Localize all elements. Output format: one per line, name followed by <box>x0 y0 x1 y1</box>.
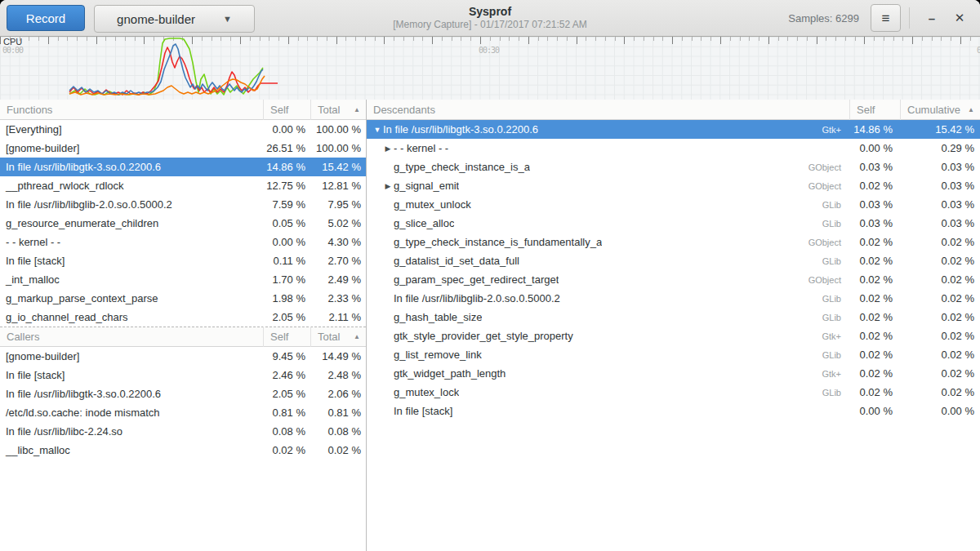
close-icon: ✕ <box>955 11 965 24</box>
function-total-value: 100.00 % <box>310 123 366 136</box>
descendant-self-value: 0.02 % <box>849 292 900 304</box>
function-total-value: 5.02 % <box>310 217 366 229</box>
descendant-self-value: 0.00 % <box>849 142 900 154</box>
descendants-column-header[interactable]: Descendants <box>367 104 849 116</box>
descendant-self-value: 0.03 % <box>849 161 900 173</box>
function-name: g_resource_enumerate_children <box>0 217 263 229</box>
expander-closed-icon[interactable]: ▶ <box>382 182 394 190</box>
callers-total-column-header[interactable]: Total ▲ <box>310 327 366 347</box>
caller-self-value: 2.05 % <box>263 388 310 400</box>
descendant-name-cell: In file /usr/lib/libglib-2.0.so.0.5000.2… <box>367 292 849 304</box>
descendant-row[interactable]: gtk_widget_path_lengthGtk+0.02 %0.02 % <box>367 364 980 383</box>
descendant-self-value: 0.03 % <box>849 217 900 229</box>
library-tag: GObject <box>808 162 841 172</box>
function-name: - - kernel - - <box>0 236 263 248</box>
process-selector[interactable]: gnome-builder ▼ <box>94 5 255 33</box>
caller-name: In file [stack] <box>0 369 263 381</box>
function-row[interactable]: g_io_channel_read_chars2.05 %2.11 % <box>0 308 366 327</box>
function-row[interactable]: In file /usr/lib/libgtk-3.so.0.2200.614.… <box>0 158 366 176</box>
descendant-self-value: 0.02 % <box>849 330 900 342</box>
caller-row[interactable]: In file [stack]2.46 %2.48 % <box>0 366 366 384</box>
caller-row[interactable]: /etc/ld.so.cache: inode mismatch0.81 %0.… <box>0 403 366 422</box>
descendant-row[interactable]: In file /usr/lib/libglib-2.0.so.0.5000.2… <box>367 289 980 308</box>
time-label-start: 00:00 <box>2 46 23 55</box>
expander-closed-icon[interactable]: ▶ <box>382 144 394 153</box>
descendant-name-cell: g_slice_allocGLib <box>367 217 849 229</box>
library-tag: GLib <box>822 294 841 304</box>
chevron-down-icon: ▼ <box>223 14 232 24</box>
descendant-name: g_mutex_lock <box>394 386 459 398</box>
cpu-green-line <box>69 38 263 95</box>
function-row[interactable]: In file /usr/lib/libglib-2.0.so.0.5000.2… <box>0 195 366 214</box>
functions-table: Functions Self Total ▲ [Everything]0.00 … <box>0 100 366 327</box>
function-row[interactable]: In file [stack]0.11 %2.70 % <box>0 251 366 270</box>
descendant-name-cell: g_mutex_lockGLib <box>367 386 849 398</box>
library-tag: GObject <box>808 238 841 247</box>
descendant-row[interactable]: ▶g_signal_emitGObject0.02 %0.03 % <box>367 176 980 195</box>
function-row[interactable]: g_resource_enumerate_children0.05 %5.02 … <box>0 214 366 233</box>
function-total-value: 15.42 % <box>310 161 366 173</box>
descendant-row[interactable]: g_slice_allocGLib0.03 %0.03 % <box>367 214 980 233</box>
descendant-self-value: 0.00 % <box>849 405 900 417</box>
sort-ascending-icon: ▲ <box>354 106 360 113</box>
sort-ascending-icon: ▲ <box>354 333 360 340</box>
descendant-row[interactable]: g_type_check_instance_is_fundamentally_a… <box>367 233 980 251</box>
descendant-row[interactable]: ▶- - kernel - -0.00 %0.29 % <box>367 139 980 158</box>
function-row[interactable]: _int_malloc1.70 %2.49 % <box>0 270 366 289</box>
time-label-end: 01:00 <box>977 46 980 55</box>
total-column-header[interactable]: Total ▲ <box>310 100 366 120</box>
descendant-row[interactable]: g_list_remove_linkGLib0.02 %0.02 % <box>367 345 980 364</box>
descendant-row[interactable]: g_param_spec_get_redirect_targetGObject0… <box>367 270 980 289</box>
descendant-row[interactable]: g_datalist_id_set_data_fullGLib0.02 %0.0… <box>367 251 980 270</box>
caller-total-value: 2.06 % <box>310 388 366 400</box>
expander-open-icon[interactable]: ▼ <box>372 126 383 134</box>
descendants-self-column-header[interactable]: Self <box>849 100 900 120</box>
close-button[interactable]: ✕ <box>946 4 973 32</box>
descendant-name: g_param_spec_get_redirect_target <box>394 273 559 286</box>
descendant-row[interactable]: g_type_check_instance_is_aGObject0.03 %0… <box>367 158 980 176</box>
caller-row[interactable]: [gnome-builder]9.45 %14.49 % <box>0 347 366 366</box>
function-row[interactable]: [Everything]0.00 %100.00 % <box>0 120 366 139</box>
cpu-graph[interactable]: CPU 00:00 00:30 01:00 <box>0 37 980 100</box>
descendant-self-value: 0.02 % <box>849 255 900 267</box>
function-total-value: 100.00 % <box>310 142 366 154</box>
descendant-name-cell: gtk_style_provider_get_style_propertyGtk… <box>367 330 849 342</box>
record-button[interactable]: Record <box>7 5 85 31</box>
function-row[interactable]: - - kernel - -0.00 %4.30 % <box>0 233 366 251</box>
descendant-row[interactable]: g_mutex_unlockGLib0.03 %0.03 % <box>367 195 980 214</box>
descendant-name-cell: g_datalist_id_set_data_fullGLib <box>367 255 849 267</box>
callers-table: Callers Self Total ▲ [gnome-builder]9.45… <box>0 327 366 460</box>
descendant-cumulative-value: 0.02 % <box>900 273 980 286</box>
function-self-value: 0.05 % <box>263 217 310 229</box>
library-tag: GObject <box>808 275 841 285</box>
caller-row[interactable]: In file /usr/lib/libgtk-3.so.0.2200.62.0… <box>0 384 366 403</box>
descendant-row[interactable]: g_hash_table_sizeGLib0.02 %0.02 % <box>367 308 980 327</box>
descendant-row[interactable]: ▼In file /usr/lib/libgtk-3.so.0.2200.6Gt… <box>367 120 980 139</box>
menu-button[interactable]: ≡ <box>871 4 901 32</box>
functions-column-header[interactable]: Functions <box>0 104 263 116</box>
function-row[interactable]: __pthread_rwlock_rdlock12.75 %12.81 % <box>0 176 366 195</box>
function-row[interactable]: g_markup_parse_context_parse1.98 %2.33 % <box>0 289 366 308</box>
minimize-button[interactable]: – <box>918 4 946 32</box>
self-column-header[interactable]: Self <box>263 100 310 120</box>
cumulative-column-header[interactable]: Cumulative ▲ <box>900 100 980 120</box>
function-total-value: 4.30 % <box>310 236 366 248</box>
sysprof-window: Record gnome-builder ▼ Sysprof [Memory C… <box>0 0 980 551</box>
caller-row[interactable]: __libc_malloc0.02 %0.02 % <box>0 441 366 460</box>
callers-self-column-header[interactable]: Self <box>263 327 310 347</box>
caller-self-value: 0.02 % <box>263 444 310 456</box>
caller-row[interactable]: In file /usr/lib/libc-2.24.so0.08 %0.08 … <box>0 422 366 441</box>
right-pane: Descendants Self Cumulative ▲ ▼In file /… <box>367 100 980 551</box>
descendant-name-cell: ▶g_signal_emitGObject <box>367 180 849 192</box>
descendant-self-value: 0.02 % <box>849 311 900 323</box>
descendant-row[interactable]: gtk_style_provider_get_style_propertyGtk… <box>367 327 980 345</box>
descendant-name: In file /usr/lib/libgtk-3.so.0.2200.6 <box>383 123 538 136</box>
descendant-row[interactable]: In file [stack]0.00 %0.00 % <box>367 402 980 420</box>
callers-column-header[interactable]: Callers <box>0 331 263 343</box>
function-row[interactable]: [gnome-builder]26.51 %100.00 % <box>0 139 366 158</box>
library-tag: Gtk+ <box>822 369 841 379</box>
descendants-header: Descendants Self Cumulative ▲ <box>367 100 980 120</box>
descendant-row[interactable]: g_mutex_lockGLib0.02 %0.02 % <box>367 383 980 402</box>
descendant-name-cell: g_hash_table_sizeGLib <box>367 311 849 323</box>
descendant-cumulative-value: 0.02 % <box>900 367 980 380</box>
